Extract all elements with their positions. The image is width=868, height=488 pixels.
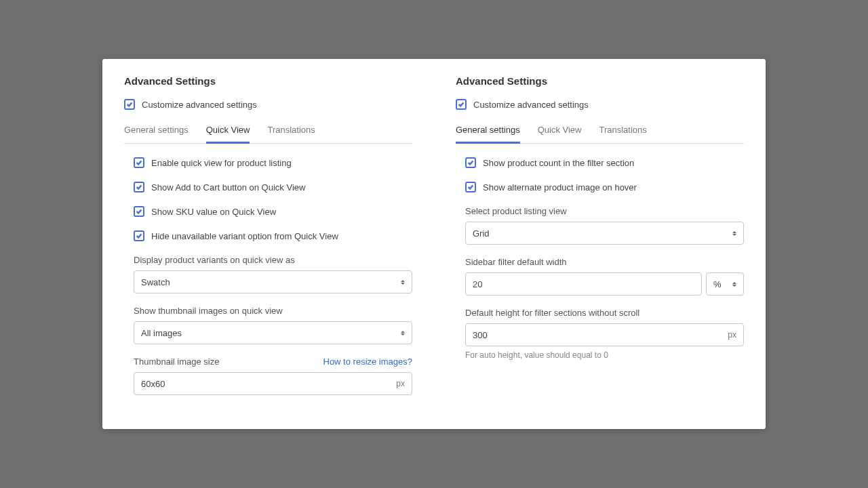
panel-quick-view: Advanced Settings Customize advanced set… bbox=[102, 59, 434, 429]
opt-label: Enable quick view for product listing bbox=[151, 158, 292, 168]
input-suffix: px bbox=[396, 379, 405, 388]
tab-translations[interactable]: Translations bbox=[267, 119, 315, 143]
select-variants-display[interactable]: Swatch bbox=[134, 270, 412, 293]
tab-general[interactable]: General settings bbox=[456, 119, 520, 143]
opt-show-count[interactable]: Show product count in the filter section bbox=[465, 157, 744, 168]
input-thumbnail-size[interactable]: 60x60 px bbox=[134, 372, 412, 395]
input-filter-height[interactable]: 300 px bbox=[465, 323, 744, 346]
customize-toggle[interactable]: Customize advanced settings bbox=[124, 99, 412, 110]
form-label: Default height for filter sections witho… bbox=[465, 308, 744, 318]
chevron-sort-icon bbox=[732, 231, 736, 236]
field-thumbnails-mode: Show thumbnail images on quick view All … bbox=[134, 306, 412, 344]
chevron-sort-icon bbox=[732, 282, 736, 287]
opt-show-sku[interactable]: Show SKU value on Quick View bbox=[134, 206, 412, 217]
opt-label: Show alternate product image on hover bbox=[483, 182, 637, 192]
customize-label: Customize advanced settings bbox=[473, 100, 589, 110]
select-value: Grid bbox=[473, 228, 490, 239]
opt-label: Show SKU value on Quick View bbox=[151, 207, 276, 217]
panel-general: Advanced Settings Customize advanced set… bbox=[434, 59, 766, 429]
select-thumbnails-mode[interactable]: All images bbox=[134, 321, 412, 344]
panel-title: Advanced Settings bbox=[124, 75, 412, 87]
form-label-row: Thumbnail image size How to resize image… bbox=[134, 357, 412, 367]
panels-container: Advanced Settings Customize advanced set… bbox=[102, 59, 766, 429]
customize-label: Customize advanced settings bbox=[142, 100, 257, 110]
checkbox-icon bbox=[134, 182, 144, 192]
field-sidebar-width: Sidebar filter default width 20 % bbox=[465, 257, 744, 296]
form-label: Show thumbnail images on quick view bbox=[134, 306, 412, 316]
link-resize-help[interactable]: How to resize images? bbox=[323, 357, 413, 367]
general-content: Show product count in the filter section… bbox=[456, 157, 744, 360]
opt-label: Hide unavailable variant option from Qui… bbox=[151, 231, 338, 241]
field-variants-display: Display product variants on quick view a… bbox=[134, 255, 412, 293]
checkbox-icon bbox=[465, 157, 476, 168]
opt-add-to-cart[interactable]: Show Add to Cart button on Quick View bbox=[134, 182, 412, 192]
checkbox-icon bbox=[465, 182, 476, 192]
tab-quick-view[interactable]: Quick View bbox=[538, 119, 582, 143]
select-listing-view[interactable]: Grid bbox=[465, 222, 744, 245]
customize-toggle[interactable]: Customize advanced settings bbox=[456, 99, 744, 110]
select-value: % bbox=[713, 279, 722, 289]
checkbox-icon bbox=[134, 157, 144, 168]
opt-label: Show product count in the filter section bbox=[483, 158, 634, 168]
opt-enable-quick-view[interactable]: Enable quick view for product listing bbox=[134, 157, 412, 168]
field-thumbnail-size: Thumbnail image size How to resize image… bbox=[134, 357, 412, 395]
checkbox-icon bbox=[124, 99, 135, 110]
input-value: 20 bbox=[473, 279, 694, 289]
select-value: Swatch bbox=[141, 277, 170, 287]
form-label: Sidebar filter default width bbox=[465, 257, 744, 267]
form-label: Display product variants on quick view a… bbox=[134, 255, 412, 265]
select-width-unit[interactable]: % bbox=[706, 272, 744, 296]
tab-translations[interactable]: Translations bbox=[599, 119, 646, 143]
settings-card: Advanced Settings Customize advanced set… bbox=[102, 59, 766, 429]
hint-text: For auto height, value should equal to 0 bbox=[465, 350, 744, 360]
tabs: General settings Quick View Translations bbox=[456, 119, 744, 144]
input-pair: 20 % bbox=[465, 272, 744, 296]
form-label: Thumbnail image size bbox=[134, 357, 219, 367]
checkbox-icon bbox=[134, 230, 144, 241]
field-listing-view: Select product listing view Grid bbox=[465, 206, 744, 245]
opt-alt-image[interactable]: Show alternate product image on hover bbox=[465, 182, 744, 192]
input-value: 300 bbox=[473, 330, 728, 340]
chevron-sort-icon bbox=[401, 331, 405, 336]
checkbox-icon bbox=[456, 99, 467, 110]
panel-title: Advanced Settings bbox=[456, 75, 744, 87]
opt-label: Show Add to Cart button on Quick View bbox=[151, 182, 305, 192]
tab-general[interactable]: General settings bbox=[124, 119, 189, 143]
chevron-sort-icon bbox=[401, 280, 405, 285]
tab-quick-view[interactable]: Quick View bbox=[206, 119, 250, 143]
input-sidebar-width[interactable]: 20 bbox=[465, 272, 702, 296]
input-value: 60x60 bbox=[141, 379, 396, 389]
checkbox-icon bbox=[134, 206, 144, 217]
tabs: General settings Quick View Translations bbox=[124, 119, 412, 144]
quick-view-content: Enable quick view for product listing Sh… bbox=[124, 157, 412, 395]
select-value: All images bbox=[141, 328, 182, 338]
form-label: Select product listing view bbox=[465, 206, 744, 216]
opt-hide-unavailable[interactable]: Hide unavailable variant option from Qui… bbox=[134, 230, 412, 241]
input-suffix: px bbox=[728, 330, 736, 340]
field-filter-height: Default height for filter sections witho… bbox=[465, 308, 744, 360]
